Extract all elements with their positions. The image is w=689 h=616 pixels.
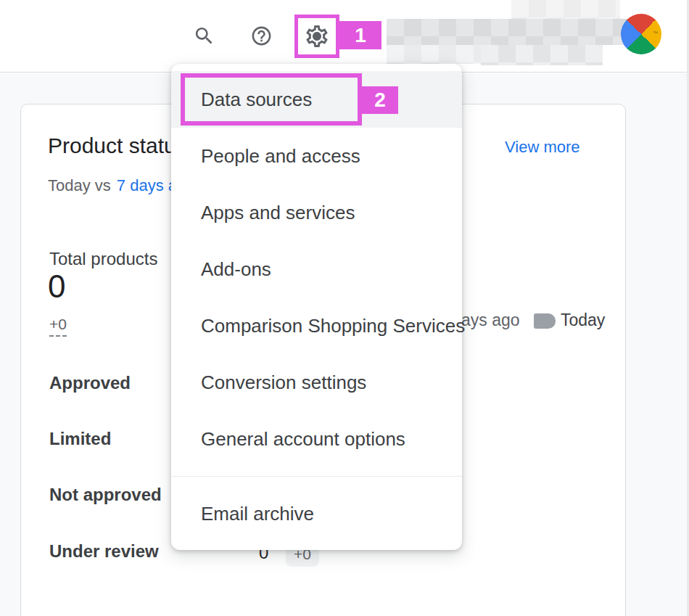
menu-item-email-archive[interactable]: Email archive (171, 485, 462, 542)
menu-item-label: Conversion settings (201, 371, 366, 394)
menu-item-label: Email archive (201, 503, 314, 525)
total-products-value: 0 (48, 268, 65, 305)
compare-prefix: Today vs (48, 176, 111, 194)
top-bar: 1 ™ (0, 0, 689, 73)
total-products-label: Total products (49, 249, 157, 269)
menu-item-general-account-options[interactable]: General account options (171, 411, 462, 467)
settings-dropdown-menu: Data sources 2 People and access Apps an… (171, 64, 462, 550)
status-label: Not approved (49, 485, 162, 505)
annotation-box-step1 (294, 15, 339, 58)
status-label: Approved (49, 373, 131, 393)
search-icon (193, 25, 215, 47)
menu-item-data-sources[interactable]: Data sources 2 (171, 71, 462, 128)
redacted-account-text (387, 19, 653, 45)
settings-gear-icon[interactable] (304, 23, 330, 49)
view-more-link[interactable]: View more (505, 138, 580, 157)
menu-item-label: Comparison Shopping Services (201, 315, 465, 337)
card-title: Product status (48, 134, 187, 158)
account-avatar[interactable]: ™ (621, 14, 661, 54)
avatar-trademark: ™ (653, 30, 658, 36)
redacted-account-text (511, 0, 620, 19)
search-button[interactable] (186, 18, 221, 53)
help-button[interactable] (244, 18, 279, 53)
legend-today-swatch (534, 313, 556, 329)
status-label: Under review (49, 541, 159, 562)
legend-today-label: Today (561, 311, 605, 330)
menu-item-add-ons[interactable]: Add-ons (171, 241, 462, 297)
redacted-account-text (387, 45, 481, 64)
menu-divider (171, 476, 462, 477)
step-1-badge: 1 (339, 21, 381, 49)
redacted-account-text (481, 45, 603, 65)
menu-item-people-and-access[interactable]: People and access (171, 128, 462, 184)
menu-item-label: People and access (201, 145, 360, 168)
menu-item-label: General account options (201, 428, 405, 451)
step-2-badge: 2 (362, 86, 398, 114)
menu-item-conversion-settings[interactable]: Conversion settings (171, 354, 462, 411)
menu-item-comparison-shopping-services[interactable]: Comparison Shopping Services (171, 297, 462, 354)
menu-item-apps-and-services[interactable]: Apps and services (171, 184, 462, 241)
status-label: Limited (49, 429, 111, 449)
menu-item-label: Add-ons (201, 258, 271, 281)
annotation-box-step2: Data sources (181, 73, 362, 126)
help-icon (250, 25, 273, 47)
menu-item-label: Apps and services (201, 202, 355, 224)
menu-item-label: Data sources (201, 89, 312, 111)
